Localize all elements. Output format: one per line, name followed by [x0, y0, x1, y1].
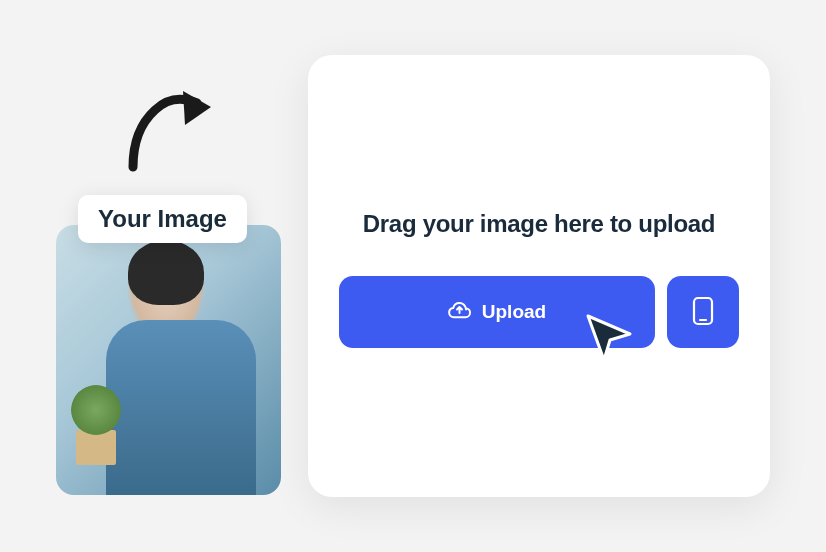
upload-button[interactable]: Upload [339, 276, 655, 348]
upload-dropzone[interactable]: Drag your image here to upload Upload [308, 55, 770, 497]
upload-button-label: Upload [482, 301, 546, 323]
sample-image-thumbnail [56, 225, 281, 495]
cloud-upload-icon [448, 299, 472, 326]
your-image-label: Your Image [78, 195, 247, 243]
dropzone-heading: Drag your image here to upload [363, 210, 715, 238]
your-image-label-text: Your Image [98, 205, 227, 232]
mobile-upload-button[interactable] [667, 276, 739, 348]
curved-arrow-icon [125, 85, 220, 179]
phone-icon [692, 296, 714, 329]
button-row: Upload [339, 276, 739, 348]
